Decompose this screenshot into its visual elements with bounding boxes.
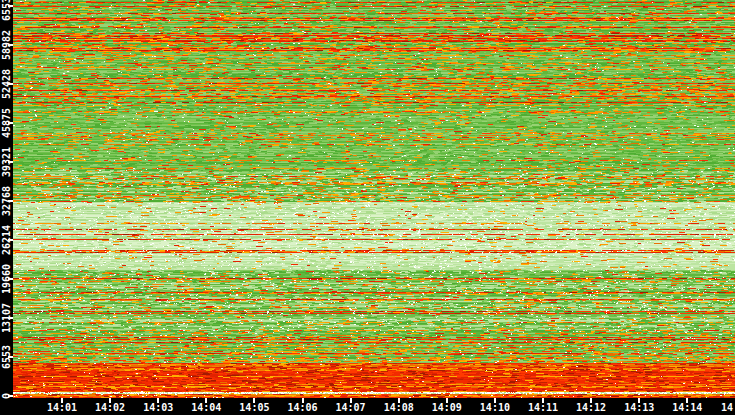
x-tick-label: 14:12 <box>576 402 606 413</box>
x-tick-label: 14:05 <box>239 402 269 413</box>
x-tick-label: 14:06 <box>287 402 317 413</box>
x-tick-label: 14:02 <box>95 402 125 413</box>
y-tick-label: 26214 <box>1 225 12 255</box>
y-tick-label: 52428 <box>1 69 12 99</box>
y-tick-label: 65536 <box>1 0 12 21</box>
x-tick-label: 14:11 <box>528 402 558 413</box>
y-tick-label: 19660 <box>1 264 12 294</box>
y-tick-label: 58982 <box>1 30 12 60</box>
x-tick-label: 14:03 <box>143 402 173 413</box>
x-tick-label: 14:14 <box>672 402 702 413</box>
x-tick-label: 14:08 <box>384 402 414 413</box>
x-tick-label: 14:10 <box>480 402 510 413</box>
x-tick-label: 14:09 <box>432 402 462 413</box>
x-tick-label: 14:07 <box>336 402 366 413</box>
y-tick-label: 32768 <box>1 186 12 216</box>
y-tick-label: 13107 <box>1 303 12 333</box>
spectrogram-view: 0655313107196602621432768393214587552428… <box>0 0 735 415</box>
x-tick-label: 14:13 <box>624 402 654 413</box>
y-tick-label: 6553 <box>1 345 12 369</box>
y-tick-label: 0 <box>1 393 12 399</box>
y-tick-label: 39321 <box>1 147 12 177</box>
x-tick-label: 14:04 <box>191 402 221 413</box>
y-tick-label: 45875 <box>1 108 12 138</box>
heatmap-plot-area <box>13 0 735 398</box>
x-tick-label: 14:01 <box>47 402 77 413</box>
x-tick-label: 14 <box>721 402 733 413</box>
